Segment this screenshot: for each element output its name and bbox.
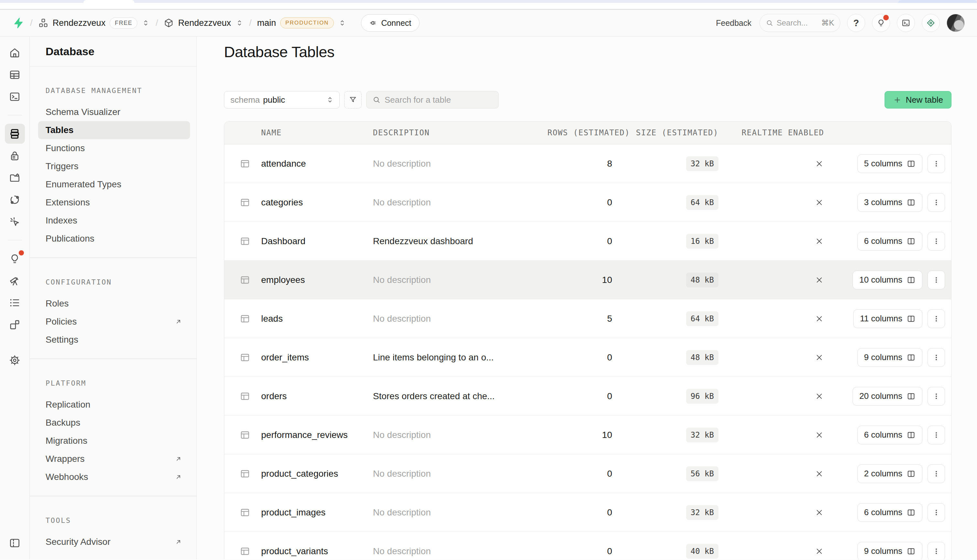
sidebar-item-backups[interactable]: Backups	[38, 414, 190, 432]
help-button[interactable]: ?	[847, 14, 865, 32]
rail-item-advisors[interactable]	[5, 249, 25, 269]
row-menu-button[interactable]	[927, 309, 945, 328]
notification-dot	[19, 250, 24, 255]
breadcrumb-branch[interactable]: main PRODUCTION	[257, 17, 347, 28]
columns-button[interactable]: 6 columns	[857, 503, 923, 522]
row-menu-button[interactable]	[927, 154, 945, 173]
table-grid-icon	[240, 430, 261, 440]
sidebar-item-label: Enumerated Types	[45, 179, 122, 190]
plus-icon	[893, 96, 902, 104]
feedback-button[interactable]: Feedback	[715, 17, 753, 30]
rail-item-table-editor[interactable]	[5, 65, 25, 85]
table-row-leads[interactable]: leadsNo description564 kB11 columns	[224, 299, 951, 338]
sidebar-section: TOOLSSecurity Advisor	[30, 496, 197, 559]
new-table-button[interactable]: New table	[885, 91, 952, 108]
row-menu-button[interactable]	[927, 193, 945, 212]
columns-button[interactable]: 2 columns	[857, 464, 923, 483]
rail-item-storage[interactable]	[5, 168, 25, 188]
table-row-attendance[interactable]: attendanceNo description832 kB5 columns	[224, 144, 951, 183]
columns-button[interactable]: 9 columns	[857, 542, 923, 560]
breadcrumb-org[interactable]: Rendezzveux FREE	[38, 17, 150, 29]
rail-item-database[interactable]	[5, 124, 25, 144]
columns-button[interactable]: 3 columns	[857, 193, 923, 212]
breadcrumb-project[interactable]: Rendezzveux	[164, 18, 244, 28]
sidebar-item-functions[interactable]: Functions	[38, 139, 190, 157]
size-estimated-badge: 96 kB	[686, 389, 718, 404]
row-menu-button[interactable]	[927, 426, 945, 444]
sidebar-item-migrations[interactable]: Migrations	[38, 432, 190, 450]
sidebar-item-enumerated-types[interactable]: Enumerated Types	[38, 175, 190, 193]
sidebar-item-replication[interactable]: Replication	[38, 396, 190, 414]
notifications-button[interactable]	[872, 14, 890, 32]
table-row-employees[interactable]: employeesNo description1048 kB10 columns	[224, 261, 951, 299]
columns-button[interactable]: 20 columns	[853, 387, 922, 406]
table-row-orders[interactable]: ordersStores orders created at che...096…	[224, 377, 951, 416]
sidebar-item-settings[interactable]: Settings	[38, 331, 190, 349]
table-search[interactable]	[366, 91, 499, 108]
row-actions: 3 columns	[824, 193, 945, 212]
rail-divider	[8, 240, 22, 240]
table-row-product_variants[interactable]: product_variantsNo description040 kB9 co…	[224, 532, 951, 559]
org-switcher-chevron-icon[interactable]	[142, 19, 150, 27]
table-row-product_images[interactable]: product_imagesNo description032 kB6 colu…	[224, 493, 951, 532]
rail-item-sql-editor[interactable]	[5, 87, 25, 107]
size-cell: 32 kB	[612, 428, 718, 442]
advisors-icon	[9, 253, 21, 265]
rows-estimated-value: 0	[548, 391, 612, 402]
rail-item-edge-functions[interactable]	[5, 190, 25, 210]
table-row-performance_reviews[interactable]: performance_reviewsNo description1032 kB…	[224, 416, 951, 454]
rail-item-logs[interactable]	[5, 293, 25, 313]
columns-button[interactable]: 6 columns	[857, 426, 923, 444]
table-row-product_categories[interactable]: product_categoriesNo description056 kB2 …	[224, 454, 951, 493]
connect-button[interactable]: Connect	[361, 14, 419, 32]
rail-item-home[interactable]	[5, 43, 25, 63]
global-search[interactable]: ⌘K	[760, 14, 840, 32]
table-description: Line items belonging to an o...	[373, 352, 548, 363]
sidebar-item-security-advisor[interactable]: Security Advisor	[38, 533, 190, 551]
schema-select[interactable]: schema public	[224, 91, 340, 108]
assistant-button[interactable]	[922, 14, 940, 32]
sidebar-item-roles[interactable]: Roles	[38, 295, 190, 313]
columns-button[interactable]: 5 columns	[857, 154, 923, 173]
table-search-input[interactable]	[384, 95, 493, 105]
realtime-cell	[718, 314, 824, 323]
rail-item-realtime[interactable]	[5, 212, 25, 232]
table-row-order_items[interactable]: order_itemsLine items belonging to an o.…	[224, 338, 951, 377]
cli-button[interactable]	[897, 14, 915, 32]
sidebar-item-schema-visualizer[interactable]: Schema Visualizer	[38, 103, 190, 121]
realtime-disabled-x-icon	[815, 314, 824, 323]
columns-button[interactable]: 9 columns	[857, 348, 923, 367]
row-menu-button[interactable]	[927, 542, 945, 560]
columns-button[interactable]: 11 columns	[853, 309, 922, 328]
sidebar-item-triggers[interactable]: Triggers	[38, 157, 190, 175]
row-menu-button[interactable]	[927, 232, 945, 251]
project-switcher-chevron-icon[interactable]	[235, 19, 244, 27]
size-cell: 48 kB	[612, 350, 718, 365]
filter-button[interactable]	[344, 91, 362, 108]
branch-switcher-chevron-icon[interactable]	[338, 19, 346, 27]
global-search-input[interactable]	[777, 18, 818, 27]
sidebar-item-wrappers[interactable]: Wrappers	[38, 450, 190, 468]
columns-button[interactable]: 10 columns	[853, 271, 922, 289]
supabase-logo-icon[interactable]	[12, 16, 25, 30]
rail-item-reports[interactable]	[5, 271, 25, 291]
sidebar-item-policies[interactable]: Policies	[38, 313, 190, 331]
rail-item-collapse-sidebar[interactable]	[5, 533, 25, 553]
sidebar-item-publications[interactable]: Publications	[38, 230, 190, 248]
row-menu-button[interactable]	[927, 503, 945, 522]
rail-item-api-docs[interactable]	[5, 315, 25, 335]
sidebar-item-webhooks[interactable]: Webhooks	[38, 468, 190, 486]
row-menu-button[interactable]	[927, 271, 945, 289]
table-row-categories[interactable]: categoriesNo description064 kB3 columns	[224, 183, 951, 222]
columns-button[interactable]: 6 columns	[857, 232, 923, 251]
row-menu-button[interactable]	[927, 348, 945, 367]
user-avatar[interactable]	[947, 14, 965, 32]
sidebar-item-indexes[interactable]: Indexes	[38, 212, 190, 230]
row-menu-button[interactable]	[927, 387, 945, 406]
sidebar-item-tables[interactable]: Tables	[38, 121, 190, 139]
sidebar-item-extensions[interactable]: Extensions	[38, 193, 190, 212]
rail-item-settings[interactable]	[5, 350, 25, 370]
rail-item-authentication[interactable]	[5, 146, 25, 166]
table-row-Dashboard[interactable]: DashboardRendezzveux dashboard016 kB6 co…	[224, 222, 951, 261]
row-menu-button[interactable]	[927, 464, 945, 483]
